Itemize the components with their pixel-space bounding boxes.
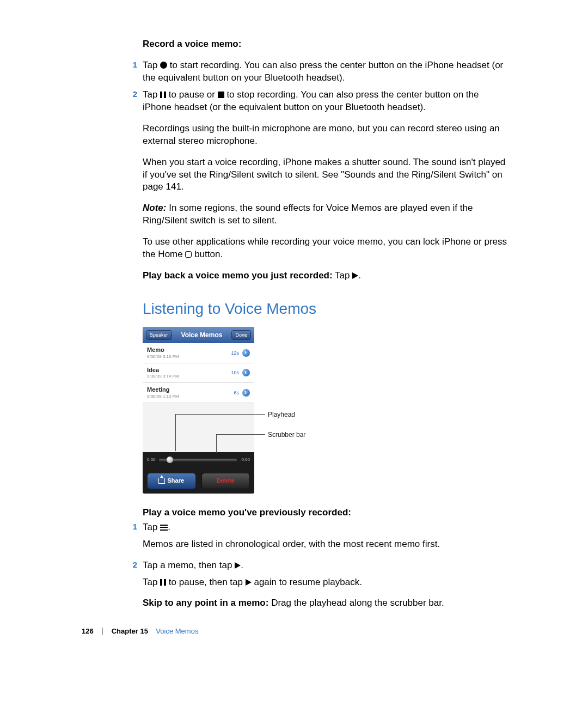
- memo-row[interactable]: Meeting 9/30/09 1:10 PM 6s: [143, 383, 254, 403]
- callout-line: [175, 414, 265, 415]
- text: again to resume playback.: [252, 577, 362, 587]
- chapter-label: Chapter 15: [112, 627, 148, 635]
- screenshot-area: Speaker Voice Memos Done Memo 9/30/09 3:…: [143, 327, 328, 494]
- memo-row[interactable]: Idea 9/30/09 3:14 PM 10s: [143, 363, 254, 384]
- memo-title: Meeting: [147, 386, 179, 394]
- step-number: 1: [127, 521, 137, 534]
- scrubber-zone: 0:00 -0:00: [143, 452, 254, 468]
- footer: 126 Chapter 15 Voice Memos: [82, 626, 198, 636]
- chapter-block: Chapter 15 Voice Memos: [112, 626, 199, 636]
- playback-label: Play back a voice memo you just recorded…: [143, 270, 333, 281]
- text: button.: [192, 249, 223, 259]
- memo-duration: 6s: [234, 389, 239, 396]
- share-icon: [158, 478, 165, 484]
- paragraph-shutter: When you start a voice recording, iPhone…: [143, 156, 507, 194]
- memo-title: Memo: [147, 346, 179, 354]
- memo-row[interactable]: Memo 9/30/09 3:16 PM 12s: [143, 343, 254, 363]
- chrono-note: Memos are listed in chronological order,…: [143, 538, 507, 551]
- skip-label: Skip to any point in a memo:: [143, 598, 268, 608]
- share-button[interactable]: Share: [147, 473, 196, 489]
- memo-timestamp: 9/30/09 1:10 PM: [147, 394, 179, 400]
- memo-duration: 10s: [231, 369, 239, 376]
- play-icon: [352, 272, 358, 279]
- phone-mock: Speaker Voice Memos Done Memo 9/30/09 3:…: [143, 327, 254, 494]
- text: .: [241, 560, 243, 570]
- text: Tap: [143, 60, 160, 70]
- skip-body: Drag the playhead along the scrubber bar…: [268, 598, 444, 608]
- step-text: Tap to start recording. You can also pre…: [143, 59, 507, 84]
- body-column: Record a voice memo: 1 Tap to start reco…: [143, 38, 507, 610]
- text: .: [358, 270, 361, 281]
- note-body: In some regions, the sound effects for V…: [143, 203, 473, 226]
- text: to start recording. You can also press t…: [143, 60, 503, 83]
- skip-line: Skip to any point in a memo: Drag the pl…: [143, 597, 507, 610]
- chapter-name: Voice Memos: [156, 627, 198, 635]
- step-2: 2 Tap to pause or to stop recording. You…: [143, 89, 507, 114]
- phone-title: Voice Memos: [181, 331, 223, 339]
- page-number: 126: [82, 626, 94, 636]
- share-label: Share: [167, 477, 184, 485]
- paragraph-other-apps: To use other applications while recordin…: [143, 236, 507, 261]
- record-icon: [160, 62, 167, 69]
- time-elapsed: 0:00: [147, 457, 156, 463]
- note-paragraph: Note: In some regions, the sound effects…: [143, 202, 507, 227]
- step-1b: 1 Tap .: [143, 521, 507, 534]
- memo-list: Memo 9/30/09 3:16 PM 12s Idea 9/30/09 3:…: [143, 343, 254, 403]
- stop-icon: [218, 92, 224, 98]
- text: Tap: [143, 577, 160, 587]
- note-label: Note:: [143, 203, 166, 213]
- paragraph-mono: Recordings using the built-in microphone…: [143, 123, 507, 148]
- home-icon: [185, 251, 192, 258]
- pause-icon: [160, 92, 166, 98]
- speaker-button[interactable]: Speaker: [146, 330, 172, 340]
- play-icon: [246, 579, 252, 586]
- step-1: 1 Tap to start recording. You can also p…: [143, 59, 507, 84]
- delete-label: Delete: [217, 477, 235, 485]
- scrubber-bar[interactable]: [159, 459, 237, 461]
- memo-timestamp: 9/30/09 3:16 PM: [147, 354, 179, 360]
- step-number: 2: [127, 559, 137, 572]
- blank-area: [143, 403, 254, 452]
- step-text: Tap a memo, then tap .: [143, 559, 243, 572]
- text: to pause or: [166, 89, 218, 100]
- callout-line: [216, 434, 265, 435]
- play-prev-title: Play a voice memo you've previously reco…: [143, 507, 507, 519]
- footer-divider: [102, 628, 103, 635]
- resume-line: Tap to pause, then tap again to resume p…: [143, 576, 507, 589]
- callout-line: [175, 414, 176, 451]
- step-text: Tap .: [143, 521, 170, 534]
- step-number: 2: [127, 89, 137, 114]
- time-remaining: -0:00: [240, 457, 250, 463]
- memo-timestamp: 9/30/09 3:14 PM: [147, 374, 179, 380]
- text: Tap: [143, 89, 160, 100]
- chevron-icon[interactable]: [242, 389, 250, 397]
- memo-duration: 12s: [231, 350, 239, 356]
- step-2b: 2 Tap a memo, then tap .: [143, 559, 507, 572]
- list-icon: [160, 525, 168, 531]
- play-icon: [235, 562, 241, 569]
- playback-instruction: Play back a voice memo you just recorded…: [143, 270, 507, 282]
- playhead[interactable]: [167, 457, 173, 463]
- text: to pause, then tap: [166, 577, 246, 587]
- text: Tap: [143, 522, 160, 532]
- step-text: Tap to pause or to stop recording. You c…: [143, 89, 507, 114]
- playback-body: Tap: [333, 270, 353, 281]
- callout-line: [216, 434, 217, 453]
- step-number: 1: [127, 59, 137, 84]
- record-title: Record a voice memo:: [143, 38, 507, 51]
- text: Tap a memo, then tap: [143, 560, 235, 570]
- playhead-callout: Playhead: [268, 410, 295, 419]
- text: .: [168, 522, 170, 532]
- memo-title: Idea: [147, 366, 179, 374]
- done-button[interactable]: Done: [231, 330, 251, 340]
- page: Record a voice memo: 1 Tap to start reco…: [0, 0, 588, 706]
- button-row: Share Delete: [143, 468, 254, 494]
- listening-heading: Listening to Voice Memos: [143, 299, 507, 319]
- chevron-icon[interactable]: [242, 349, 250, 357]
- scrubber-callout: Scrubber bar: [268, 430, 305, 439]
- phone-header: Speaker Voice Memos Done: [143, 327, 254, 343]
- pause-icon: [160, 579, 166, 586]
- delete-button[interactable]: Delete: [201, 473, 250, 489]
- chevron-icon[interactable]: [242, 369, 250, 376]
